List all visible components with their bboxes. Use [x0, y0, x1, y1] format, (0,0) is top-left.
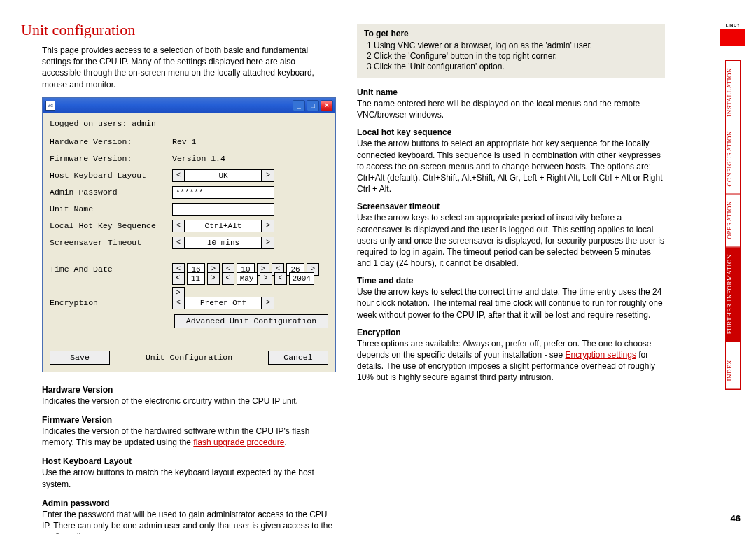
- hotkey-text: Use the arrow buttons to select an appro…: [357, 138, 665, 195]
- encryption-label: Encryption: [50, 298, 172, 307]
- kbd-layout-value: UK: [185, 169, 262, 182]
- nav-index[interactable]: INDEX: [726, 353, 740, 389]
- ss-text: Use the arrow keys to select an appropri…: [357, 212, 665, 269]
- fw-desc-text: Indicates the version of the hardwired s…: [42, 426, 336, 448]
- to-get-here-box: To get here 1 Using VNC viewer or a brow…: [357, 24, 665, 78]
- window-subtitle: Unit Configuration: [146, 353, 232, 362]
- month-next-button[interactable]: >: [260, 272, 272, 285]
- close-button[interactable]: ×: [321, 100, 333, 111]
- encryption-settings-link[interactable]: Encryption settings: [566, 350, 636, 360]
- hotkey-heading: Local hot key sequence: [357, 127, 665, 137]
- advanced-config-button[interactable]: Advanced Unit Configuration: [174, 314, 328, 328]
- kbd-layout-label: Host Keyboard Layout: [50, 171, 172, 180]
- intro-text: This page provides access to a selection…: [42, 45, 336, 90]
- hw-version-value: Rev 1: [172, 137, 197, 146]
- unit-name-value[interactable]: [172, 203, 274, 216]
- encryption-value: Prefer Off: [185, 297, 262, 309]
- nav-further-info[interactable]: FURTHER INFORMATION: [726, 247, 740, 342]
- enc-text: Three options are available: Always on, …: [357, 338, 665, 384]
- year-prev-button[interactable]: <: [274, 272, 287, 285]
- hotkey-prev-button[interactable]: <: [172, 220, 185, 232]
- unit-name-label: Unit Name: [50, 204, 172, 213]
- td-heading: Time and date: [357, 276, 665, 286]
- hotkey-label: Local Hot Key Sequence: [50, 221, 172, 230]
- hw-desc-heading: Hardware Version: [42, 385, 336, 395]
- maximize-button[interactable]: □: [307, 100, 319, 111]
- side-nav: INSTALLATION CONFIGURATION OPERATION FUR…: [725, 60, 741, 390]
- kbd-desc-heading: Host Keyboard Layout: [42, 456, 336, 466]
- year-value: 2004: [289, 272, 314, 285]
- day-value: 11: [187, 272, 205, 285]
- fw-version-label: Firmware Version:: [50, 154, 172, 163]
- getbox-step2: 2 Click the 'Configure' button in the to…: [364, 51, 658, 61]
- titlebar: Vc _ □ ×: [43, 98, 335, 113]
- config-window: Vc _ □ × Logged on users: admin Hardware…: [42, 97, 336, 372]
- flash-upgrade-link[interactable]: flash upgrade procedure: [193, 437, 284, 447]
- day-prev-button[interactable]: <: [172, 272, 185, 285]
- nav-configuration[interactable]: CONFIGURATION: [726, 124, 740, 195]
- page-title: Unit configuration: [21, 21, 336, 39]
- kbd-desc-text: Use the arrow buttons to match the keybo…: [42, 467, 336, 489]
- cancel-button[interactable]: Cancel: [268, 351, 328, 365]
- month-value: May: [237, 272, 258, 285]
- kbd-prev-button[interactable]: <: [172, 169, 185, 182]
- minimize-button[interactable]: _: [293, 100, 305, 111]
- ss-heading: Screensaver timeout: [357, 202, 665, 211]
- getbox-title: To get here: [364, 29, 658, 38]
- day-next-button[interactable]: >: [207, 272, 220, 285]
- hw-version-label: Hardware Version:: [50, 137, 172, 146]
- window-icon: Vc: [46, 101, 55, 111]
- unitname-heading: Unit name: [357, 87, 665, 97]
- status-line: Logged on users: admin: [50, 119, 328, 128]
- month-prev-button[interactable]: <: [222, 272, 234, 285]
- unitname-text: The name entered here will be displayed …: [357, 98, 665, 120]
- nav-installation[interactable]: INSTALLATION: [726, 61, 740, 124]
- enc-heading: Encryption: [357, 328, 665, 337]
- admin-pwd-label: Admin Password: [50, 188, 172, 197]
- pwd-desc-text: Enter the password that will be used to …: [42, 509, 336, 534]
- kbd-next-button[interactable]: >: [262, 169, 274, 182]
- lindy-logo: LINDY: [720, 21, 746, 46]
- fw-desc-heading: Firmware Version: [42, 415, 336, 425]
- admin-pwd-value[interactable]: ******: [172, 186, 274, 199]
- fw-version-value: Version 1.4: [172, 154, 225, 163]
- enc-next-button[interactable]: >: [262, 297, 274, 309]
- ss-timeout-label: Screensaver Timeout: [50, 238, 172, 247]
- time-date-label: Time And Date: [50, 265, 172, 274]
- td-text: Use the arrow keys to select the correct…: [357, 286, 665, 321]
- hotkey-value: Ctrl+Alt: [185, 220, 262, 232]
- page-number: 46: [731, 513, 741, 524]
- enc-prev-button[interactable]: <: [172, 297, 185, 309]
- pwd-desc-heading: Admin password: [42, 498, 336, 508]
- getbox-step3: 3 Click the 'Unit configuration' option.: [364, 62, 658, 71]
- hw-desc-text: Indicates the version of the electronic …: [42, 395, 336, 407]
- nav-operation[interactable]: OPERATION: [726, 194, 740, 247]
- ss-prev-button[interactable]: <: [172, 237, 185, 249]
- getbox-step1: 1 Using VNC viewer or a browser, log on …: [364, 41, 658, 50]
- save-button[interactable]: Save: [50, 351, 110, 365]
- ss-next-button[interactable]: >: [262, 237, 274, 249]
- hotkey-next-button[interactable]: >: [262, 220, 274, 232]
- ss-timeout-value: 10 mins: [185, 237, 262, 249]
